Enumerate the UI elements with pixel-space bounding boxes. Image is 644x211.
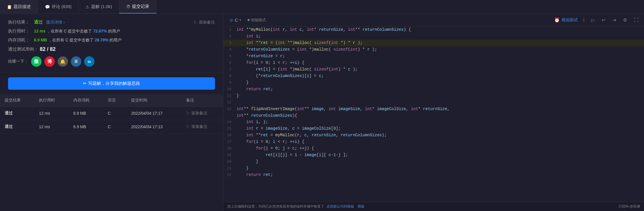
row1-submit-time: 2022/04/04 17:13 bbox=[126, 120, 182, 134]
row0-time: 12 ms bbox=[34, 107, 69, 120]
tab-submissions[interactable]: ⏱ 提交记录 bbox=[119, 0, 156, 14]
row0-submit-time: 2022/04/04 17:17 bbox=[126, 107, 182, 120]
add-note-button[interactable]: ▷ 添加备注 bbox=[194, 20, 215, 25]
row1-lang: C bbox=[103, 120, 126, 134]
test-pass-label: 通过测试用例： bbox=[8, 47, 40, 52]
line-content-10: return ret; bbox=[235, 86, 644, 92]
code-line-3: 3 int **ret = (int **)malloc( sizeof(int… bbox=[223, 40, 644, 46]
col-result: 提交结果 bbox=[0, 94, 34, 107]
left-panel: 执行结果： 通过 显示详情 › ▷ 添加备注 执行用时： 12 ms ，在所有 … bbox=[0, 14, 223, 211]
row1-add-note-label: ▷ 添加备注 bbox=[186, 124, 218, 129]
line-content-13b: int** returnColumnSizes){ bbox=[235, 112, 644, 119]
info-icon[interactable]: i bbox=[582, 17, 586, 24]
mem-percent: 28.78% bbox=[95, 38, 108, 42]
col-memory: 内存消耗 bbox=[69, 94, 103, 107]
social-wechat-icon[interactable]: 微 bbox=[31, 56, 41, 67]
submissions-icon: ⏱ bbox=[126, 4, 130, 9]
code-line-13b: int** returnColumnSizes){ bbox=[223, 112, 644, 119]
showoff-label: 炫耀一下： bbox=[8, 59, 28, 64]
row0-note[interactable]: ▷ 添加备注 bbox=[182, 107, 223, 120]
status-bar: 您上次编辑到这里，代码已从您浏览器本地的临时存储中恢复了 还原默认代码模板 模版… bbox=[223, 202, 644, 211]
table-row: 通过 12 ms 6.9 MB C 2022/04/04 17:17 ▷ 添加备… bbox=[0, 107, 223, 120]
code-line-17: 17 for(i = 0; i < r; ++i) { bbox=[223, 139, 644, 145]
redo-icon[interactable]: ⇥ bbox=[611, 16, 617, 24]
line-content-21: } bbox=[235, 165, 644, 171]
undo-icon[interactable]: ↩ bbox=[600, 16, 607, 24]
table-header-row: 提交结果 执行用时 内存消耗 语言 提交时间 备注 bbox=[0, 94, 223, 107]
line-content-5: *returnSize = r; bbox=[235, 53, 644, 59]
time-value: 12 ms bbox=[34, 29, 46, 33]
social-weibo-icon[interactable]: 博 bbox=[44, 56, 55, 67]
code-line-14: 14 int i, j; bbox=[223, 119, 644, 125]
sim-mode-button[interactable]: ⏰ 模拟面试 bbox=[554, 17, 578, 23]
smart-dot-icon bbox=[248, 19, 250, 21]
mode-link[interactable]: 模版 bbox=[358, 204, 365, 209]
editor-toolbar-right: ⏰ 模拟面试 i ▷ ↩ ⇥ ⚙ ⛶ bbox=[554, 16, 640, 24]
mem-suffix: ，在所有 C 提交中击败了 bbox=[48, 38, 94, 42]
row0-memory: 6.9 MB bbox=[69, 107, 103, 120]
code-line-20: 20 } bbox=[223, 158, 644, 165]
comments-icon: 💬 bbox=[45, 5, 50, 9]
row1-note[interactable]: ▷ 添加备注 bbox=[182, 120, 223, 134]
fullscreen-icon[interactable]: ⛶ bbox=[632, 17, 640, 24]
line-content-18: for(j = 0; j < c; ++j) { bbox=[235, 145, 644, 151]
add-note-label: ▷ 添加备注 bbox=[194, 20, 215, 25]
sim-mode-label: 模拟面试 bbox=[562, 18, 578, 23]
code-line-12: 12 bbox=[223, 99, 644, 106]
lang-label: C bbox=[235, 18, 238, 22]
tab-comments[interactable]: 💬 评论 (839) bbox=[38, 0, 79, 14]
result-label: 执行结果： bbox=[8, 20, 34, 25]
line-content-1: int **myMalloc(int r, int c, int* return… bbox=[235, 26, 644, 33]
social-linkedin-icon[interactable]: in bbox=[84, 56, 95, 67]
line-content-20: } bbox=[235, 158, 644, 165]
run-icon[interactable]: ▷ bbox=[590, 16, 596, 24]
row0-add-note-label: ▷ 添加备注 bbox=[186, 111, 218, 116]
code-line-1: 1 int **myMalloc(int r, int c, int* retu… bbox=[223, 26, 644, 33]
col-lang: 语言 bbox=[103, 94, 126, 107]
line-content-12 bbox=[235, 99, 644, 106]
code-line-13: 13 int** flipAndInvertImage(int** image,… bbox=[223, 106, 644, 112]
line-content-7: ret[i] = (int *)malloc( sizeof(int) * c … bbox=[235, 66, 644, 72]
mem-stat-text: 6.9 MB ，在所有 C 提交中击败了 28.78% 的用户 bbox=[34, 38, 122, 43]
tab-description-label: 题目描述 bbox=[14, 4, 31, 9]
line-content-15: int r = imageSize, c = imageColSize[0]; bbox=[235, 125, 644, 132]
write-solution-button[interactable]: ✏ 写题解，分享我的解题思路 bbox=[8, 77, 215, 90]
tab-solutions[interactable]: ⚠ 题解 (1.0k) bbox=[79, 0, 119, 14]
mem-value: 6.9 MB bbox=[34, 38, 47, 42]
line-content-17: for(i = 0; i < r; ++i) { bbox=[235, 139, 644, 145]
code-line-2: 2 int i; bbox=[223, 33, 644, 40]
tab-description[interactable]: 📋 题目描述 bbox=[0, 0, 38, 14]
alarm-icon: ⏰ bbox=[554, 17, 560, 23]
line-content-14: int i, j; bbox=[235, 119, 644, 125]
tab-comments-label: 评论 (839) bbox=[52, 4, 71, 9]
description-icon: 📋 bbox=[7, 5, 12, 9]
code-line-16: 16 int **ret = myMalloc(r, c, returnSize… bbox=[223, 132, 644, 139]
social-bell-icon[interactable]: 🔔 bbox=[58, 56, 68, 67]
code-line-6: 6 for(i = 0; i < r; ++i) { bbox=[223, 60, 644, 66]
smart-mode-indicator: 智能模式 bbox=[248, 18, 266, 23]
line-content-9: } bbox=[235, 79, 644, 86]
time-percent: 72.67% bbox=[93, 29, 107, 33]
time-suffix2: 的用户 bbox=[108, 29, 120, 33]
social-douban-icon[interactable]: 豆 bbox=[71, 56, 81, 67]
top-tabs-bar: 📋 题目描述 💬 评论 (839) ⚠ 题解 (1.0k) ⏱ 提交记录 bbox=[0, 0, 644, 14]
row0-result[interactable]: 通过 bbox=[0, 107, 34, 120]
line-content-11: } bbox=[235, 93, 644, 99]
code-line-5: 5 *returnSize = r; bbox=[223, 53, 644, 60]
code-line-19: 19 ret[i][j] = 1 - image[i][ c-1-j ]; bbox=[223, 152, 644, 158]
code-line-22: 22 return ret; bbox=[223, 172, 644, 178]
result-detail-link[interactable]: 显示详情 › bbox=[46, 20, 65, 25]
lang-selector[interactable]: ⊙ C ▾ bbox=[227, 17, 243, 24]
line-content-19: ret[i][j] = 1 - image[i][ c-1-j ]; bbox=[235, 152, 644, 158]
line-content-13: int** flipAndInvertImage(int** image, in… bbox=[235, 106, 644, 112]
code-line-11: 11 } bbox=[223, 93, 644, 99]
col-note: 备注 bbox=[182, 94, 223, 107]
code-editor[interactable]: 1 int **myMalloc(int r, int c, int* retu… bbox=[223, 26, 644, 202]
row1-result[interactable]: 通过 bbox=[0, 120, 34, 134]
restore-link[interactable]: 还原默认代码模板 bbox=[326, 204, 354, 209]
settings-icon[interactable]: ⚙ bbox=[622, 16, 628, 24]
code-line-4: 4 *returnColumnSizes = (int *)malloc( si… bbox=[223, 46, 644, 53]
code-line-7: 7 ret[i] = (int *)malloc( sizeof(int) * … bbox=[223, 66, 644, 73]
lang-circle-icon: ⊙ bbox=[230, 18, 233, 22]
result-section: 执行结果： 通过 显示详情 › ▷ 添加备注 执行用时： 12 ms ，在所有 … bbox=[0, 14, 223, 73]
